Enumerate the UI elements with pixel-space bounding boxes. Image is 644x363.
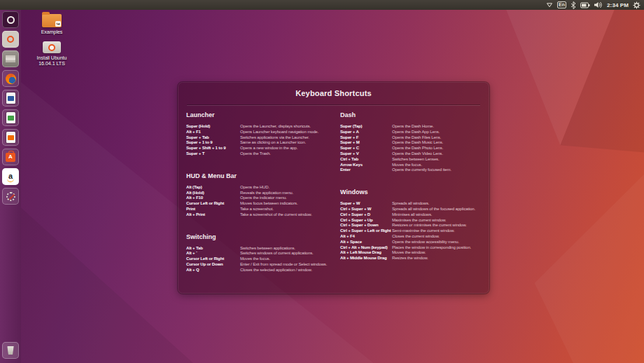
shortcut-row: Super (Tap)Opens the Dash Home. [340,124,481,130]
libreoffice-impress-icon [6,132,15,143]
shortcut-desc: Moves the focus. [240,256,332,262]
section-heading: Windows [340,189,481,196]
volume-icon[interactable] [594,1,603,8]
shortcut-keys: Super + V [340,151,392,157]
shortcut-desc: Resizes the window. [392,256,481,261]
shortcut-desc: Reveals the application menu. [240,191,332,196]
launcher-item-libreoffice-writer[interactable] [2,90,19,107]
shortcut-row: Super + VOpens the Dash Video Lens. [340,151,481,157]
shortcut-desc: Closes the current window. [392,234,481,240]
shortcut-keys: Ctrl + Super + Down [340,223,392,228]
launcher-item-files[interactable] [2,50,19,67]
session-gear-icon[interactable] [633,1,640,9]
shortcut-row: Alt + TabSwitches between applications. [186,246,332,252]
shortcut-row: Ctrl + TabSwitches between Lenses. [340,157,481,163]
shortcut-emblem-icon: ↪ [55,21,61,27]
shortcut-row: Alt + SpaceOpens the window accessibilit… [340,240,481,245]
shortcut-desc: Opens the Trash. [240,151,332,157]
shortcut-row: Alt (Tap)Opens the HUD. [186,185,332,191]
shortcut-row: Super + FOpens the Dash Files Lens. [340,135,481,141]
examples-folder-icon: ↪ [42,14,62,27]
launcher-item-firefox[interactable] [2,70,19,87]
launcher-item-libreoffice-impress[interactable] [2,129,19,146]
launcher-item-system-settings[interactable] [2,188,19,205]
shortcut-keys: Ctrl + Super + D [340,212,392,218]
overlay-title: Keyboard Shortcuts [178,82,489,97]
shortcut-section: SwitchingAlt + TabSwitches between appli… [186,233,332,273]
shortcut-desc: Same as clicking on a Launcher icon. [240,140,332,146]
shortcut-row: Arrow KeysMoves the focus. [340,163,481,168]
top-panel: En 2:34 PM [0,0,644,10]
shortcut-desc: Take a screenshot. [240,207,332,212]
clock[interactable]: 2:34 PM [607,2,629,8]
shortcut-keys: Alt + F1 [186,130,240,135]
shortcut-desc: Opens a new window in the app. [240,146,332,151]
shortcut-row: Ctrl + Alt + Num (keypad)Places the wind… [340,245,481,251]
shortcut-keys: Ctrl + Alt + Num (keypad) [340,245,392,251]
shortcut-desc: Closes the selected application / window… [240,268,332,273]
shortcut-row: Alt + F1Opens Launcher keyboard navigati… [186,130,332,135]
shortcuts-column: DashSuper (Tap)Opens the Dash Home.Super… [340,111,481,289]
launcher-item-ubuntu-software[interactable]: A [2,149,19,165]
shortcut-desc: Opens Launcher keyboard navigation mode. [240,130,332,135]
shortcut-keys: Alt + Print [186,212,240,218]
shortcut-keys: Alt + ` [186,251,240,256]
desktop-icon-install-ubuntu[interactable]: Install Ubuntu 16.04.1 LTS [32,41,71,67]
shortcut-row: Ctrl + Super + WSpreads all windows of t… [340,207,481,212]
shortcut-keys: Alt + Tab [186,246,240,252]
shortcut-row: Ctrl + Super + DMinimises all windows. [340,212,481,218]
launcher-item-libreoffice-calc[interactable] [2,109,19,126]
firefox-icon [6,74,16,84]
shortcut-desc: Switches windows of current applications… [240,251,332,256]
shortcut-desc: Opens the Launcher, displays shortcuts. [240,124,332,130]
shortcut-keys: Enter [340,167,392,173]
shortcut-desc: Opens the Dash Files Lens. [392,135,481,141]
shortcut-row: Ctrl + Super + UpMaximises the current w… [340,218,481,224]
shortcut-keys: Alt + Middle Mouse Drag [340,256,392,261]
network-icon[interactable] [546,1,553,8]
shortcut-keys: Alt (Hold) [186,191,240,196]
shortcut-row: Alt + F4Closes the current window. [340,234,481,240]
shortcut-keys: Ctrl + Super + W [340,207,392,212]
ubuntu-logo-icon [7,16,15,24]
trash-icon [7,346,15,355]
shortcut-keys: Alt + F10 [186,196,240,201]
shortcut-row: Cursor Left or RightMoves focus between … [186,201,332,207]
shortcut-desc: Switches between Lenses. [392,157,481,163]
launcher-item-amazon[interactable]: a [2,168,19,185]
shortcut-desc: Places the window in corresponding posit… [392,245,481,251]
shortcut-keys: Alt (Tap) [186,185,240,191]
desktop-icon-area: ↪ Examples Install Ubuntu 16.04.1 LTS [32,14,71,67]
launcher-item-software-updater[interactable] [2,31,19,48]
shortcut-keys: Super + W [340,201,392,207]
shortcuts-column: LauncherSuper (Hold)Opens the Launcher, … [186,111,332,289]
shortcut-row: Super + MOpens the Dash Music Lens. [340,140,481,146]
shortcut-desc: Semi-maximise the current window. [392,228,481,234]
shortcut-desc: Opens the currently focused item. [392,167,481,173]
shortcut-row: Super + Shift + 1 to 9Opens a new window… [186,146,332,151]
battery-icon[interactable] [580,2,590,8]
shortcut-keys: Cursor Left or Right [186,201,240,207]
shortcut-desc: Opens the HUD. [240,185,332,191]
bluetooth-icon[interactable] [570,1,576,9]
shortcut-desc: Opens the window accessibility menu. [392,240,481,245]
shortcut-row: Ctrl + Super + DownRestores or minimises… [340,223,481,228]
desktop-icon-examples[interactable]: ↪ Examples [32,14,71,35]
shortcut-desc: Switches between applications. [240,246,332,252]
keyboard-layout-indicator[interactable]: En [557,1,566,8]
shortcut-row: Super (Hold)Opens the Launcher, displays… [186,124,332,130]
shortcut-row: Super + 1 to 9Same as clicking on a Laun… [186,140,332,146]
shortcut-row: Super + WSpreads all windows. [340,201,481,207]
shortcut-desc: Moves focus between indicators. [240,201,332,207]
launcher-item-trash[interactable] [2,342,19,359]
launcher-item-dash-home[interactable] [2,11,19,28]
shortcut-keys: Alt + F4 [340,234,392,240]
system-settings-icon [6,192,15,201]
shortcut-keys: Arrow Keys [340,163,392,168]
shortcut-row: Super + TOpens the Trash. [186,151,332,157]
shortcut-row: Alt + Left Mouse DragMoves the window. [340,250,481,256]
shortcut-row: EnterOpens the currently focused item. [340,167,481,173]
shortcut-row: Alt + `Switches windows of current appli… [186,251,332,256]
libreoffice-calc-icon [6,112,15,123]
shortcut-keys: Cursor Up or Down [186,262,240,268]
